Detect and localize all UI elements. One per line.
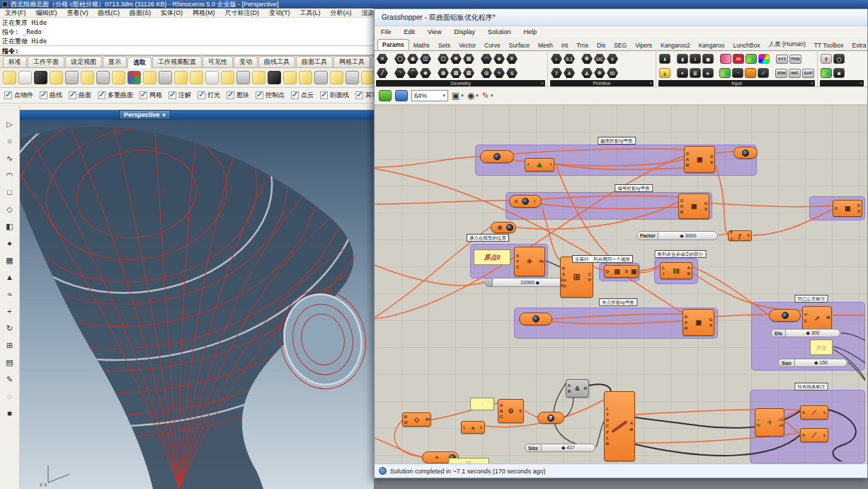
gh-dispatch-component[interactable]: L I▮▮A B: [660, 262, 692, 279]
gh-tab-curve[interactable]: Curve: [480, 40, 505, 50]
toolbar-icon[interactable]: [314, 71, 328, 84]
path-panel[interactable]: {0;0}: [810, 339, 833, 355]
ribbon-icon[interactable]: ◭: [581, 68, 593, 78]
ribbon-icon[interactable]: ◯: [394, 54, 406, 64]
ribbon-icon[interactable]: ▢: [438, 54, 449, 64]
toolbar-icon[interactable]: [361, 71, 375, 84]
hide-icon[interactable]: ◌: [3, 390, 17, 403]
ribbon-icon[interactable]: ◝: [394, 68, 406, 78]
curve-input-icon[interactable]: ⟋: [758, 68, 769, 78]
toolbar-icon[interactable]: [252, 71, 265, 84]
select-arrow-icon[interactable]: ▷: [3, 118, 17, 130]
gh-tab-dis[interactable]: Dis: [593, 40, 610, 50]
color-wheel-icon[interactable]: [758, 54, 770, 64]
toolbar-icon[interactable]: [3, 71, 16, 84]
gradient-icon[interactable]: [720, 54, 731, 64]
sketch-pen-icon[interactable]: ✎: [482, 91, 493, 101]
gh-tab-maths[interactable]: Maths: [409, 40, 434, 50]
gh-param-capsule[interactable]: [733, 147, 758, 159]
ribbon-icon[interactable]: ╱: [377, 68, 388, 78]
ribbon-icon[interactable]: ◫: [420, 54, 431, 64]
grasshopper-canvas[interactable]: 曲面投影xy平面 编号投影xy平面 原点在模型的位置 安装行、列共用同一个视角 …: [375, 105, 867, 463]
gh-menu-help[interactable]: Help: [517, 28, 543, 35]
gh-gears-component[interactable]: S N C⚙S: [498, 399, 524, 423]
fillet-icon[interactable]: ▲: [3, 271, 17, 283]
gh-tab-int[interactable]: Int: [557, 40, 572, 50]
ribbon-icon[interactable]: ✱: [581, 54, 593, 64]
gh-tab-kangaroo2[interactable]: Kangaroo2: [656, 40, 695, 50]
gh-menu-view[interactable]: View: [421, 28, 447, 35]
ribbon-icon[interactable]: ✳: [506, 54, 518, 64]
toolbar-icon[interactable]: [221, 71, 234, 84]
tab-display[interactable]: 显示: [103, 56, 127, 67]
gh-param-capsule[interactable]: [519, 313, 552, 325]
cherry-icon[interactable]: ❣: [821, 54, 832, 64]
gh-menu-file[interactable]: File: [375, 28, 398, 35]
origin-panel[interactable]: 原点0: [474, 249, 510, 265]
toolbar-icon[interactable]: [50, 71, 63, 84]
gh-param-capsule[interactable]: [769, 309, 801, 322]
ribbon-icon[interactable]: ✕: [377, 54, 388, 64]
menu-file[interactable]: 文件(F): [0, 9, 31, 18]
button-icon[interactable]: ●: [677, 68, 688, 78]
zoom-level-dropdown[interactable]: 64%: [411, 90, 448, 101]
ribbon-icon[interactable]: S: [506, 68, 518, 78]
b1-panel[interactable]: b1: [448, 458, 489, 463]
gh-construct-point-component[interactable]: X Y Z✛Pt: [514, 247, 545, 276]
zoom-extents-icon[interactable]: ▣: [452, 91, 464, 101]
gh-tab-human[interactable]: 人类 (Human): [764, 39, 809, 50]
circle-icon[interactable]: ◯: [833, 54, 845, 64]
gh-gate-and-component[interactable]: A B&R: [566, 379, 589, 398]
ribbon-icon[interactable]: ◉: [407, 54, 418, 64]
toolbar-icon[interactable]: [34, 71, 47, 84]
graph-mapper-icon[interactable]: ⌇: [690, 54, 701, 64]
gh-tab-lunchbox[interactable]: LunchBox: [729, 40, 765, 50]
tab-viewport-layout[interactable]: 工作视窗配置: [152, 56, 202, 67]
gh-tab-seg[interactable]: SEG: [610, 40, 631, 50]
gh-tab-extra[interactable]: Extra: [848, 40, 868, 50]
pdb-chip[interactable]: PDB: [789, 55, 801, 64]
filter-annotations[interactable]: 注解: [169, 91, 191, 100]
menu-dimension[interactable]: 尺寸标注(D): [220, 9, 265, 18]
filter-hatches[interactable]: 剖面线: [320, 91, 349, 100]
tab-surface-tools[interactable]: 曲面工具: [296, 56, 333, 67]
menu-tools[interactable]: 工具(L): [295, 9, 326, 18]
number-slider-10000[interactable]: 10000 ◆: [484, 278, 568, 287]
img-chip[interactable]: IMG: [789, 69, 801, 78]
toolbar-icon[interactable]: [268, 71, 281, 84]
filter-polysurfaces[interactable]: 多重曲面: [98, 91, 133, 100]
tab-transform[interactable]: 变动: [234, 56, 258, 67]
annotate-icon[interactable]: ✎: [3, 373, 17, 386]
grasshopper-title-bar[interactable]: Grasshopper - 双曲面铝板优化程序*: [375, 9, 867, 26]
ribbon-icon[interactable]: #: [607, 54, 618, 64]
toolbar-icon[interactable]: [143, 71, 156, 84]
gh-fire-component[interactable]: GI: [509, 195, 542, 208]
image-sampler-icon[interactable]: [719, 68, 731, 78]
ribbon-icon[interactable]: ◆: [420, 68, 431, 78]
toolbar-icon[interactable]: [283, 71, 297, 84]
filter-curves[interactable]: 曲线: [40, 91, 62, 100]
boolean-icon[interactable]: ≈: [3, 288, 17, 300]
toolbar-icon[interactable]: [299, 71, 312, 84]
filter-blocks[interactable]: 图块: [227, 91, 249, 100]
gh-move-component[interactable]: V C↗M: [802, 306, 832, 330]
gh-project-component[interactable]: G A B▦G X: [678, 193, 709, 219]
toolbar-icon[interactable]: [127, 71, 141, 84]
menu-view[interactable]: 查看(V): [62, 9, 93, 18]
size-slider-417[interactable]: Size◆ 417: [525, 444, 595, 452]
gh-evaluate-component[interactable]: F tƒV: [728, 230, 752, 241]
gh-tab-mesh[interactable]: Mesh: [534, 40, 557, 50]
gh-tab-trns[interactable]: Trns: [572, 40, 593, 50]
toolbar-icon[interactable]: [174, 71, 188, 84]
gh-menu-solution[interactable]: Solution: [481, 28, 518, 35]
gh-param-capsule[interactable]: ⚙: [491, 222, 516, 233]
curve-icon[interactable]: ∿: [3, 152, 17, 164]
gh-sort-component[interactable]: L▲L: [461, 421, 485, 434]
menu-mesh[interactable]: 网格(M): [188, 9, 220, 18]
solid-icon[interactable]: ●: [3, 237, 17, 249]
slider-grip[interactable]: [485, 279, 493, 286]
arc-icon[interactable]: ◠: [3, 169, 17, 181]
ribbon-icon[interactable]: ID: [607, 68, 618, 78]
toolbar-icon[interactable]: [112, 71, 125, 84]
ribbon-icon-text[interactable]: A: [564, 68, 575, 78]
